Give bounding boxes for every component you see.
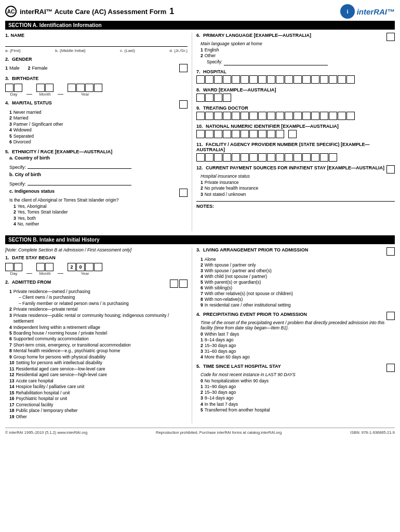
ethnicity-sub-a: a. Country of birth Specify:	[9, 155, 188, 170]
birthdate-day-box1[interactable]	[5, 84, 14, 92]
precip-opt-2: 215–30 days ago	[201, 343, 395, 349]
admit-opt-12: 12Residential aged care service—high-lev…	[9, 372, 188, 378]
marital-opt-3: 3Partner / Significant other	[9, 122, 188, 127]
living-opt-7: 7With other relative(s) (not spouse or c…	[201, 291, 395, 297]
living-arrangement-checkbox[interactable]	[386, 247, 395, 256]
hospital-label: 7. HOSPITAL	[196, 69, 226, 74]
indigenous-opt-3: 3Yes, both	[14, 216, 188, 221]
admit-opt-2: 2Private residence—private rental	[9, 307, 188, 312]
stay-month-col: Month	[36, 262, 54, 276]
birthdate-month-col: Month	[36, 83, 54, 97]
footer-copyright: © interRAI 1995–2010 (5.1.2) www.interRA…	[5, 430, 87, 435]
language-row: 6. PRIMARY LANGUAGE [EXAMPLE—AUSTRALIA]	[196, 33, 395, 41]
stay-year-box1[interactable]: 2	[68, 263, 76, 271]
time-opt-0: 0No hospitalization within 90 days	[201, 378, 395, 384]
time-since-checkbox[interactable]	[386, 364, 395, 372]
svg-text:i: i	[346, 8, 348, 15]
stay-year-box2[interactable]: 0	[76, 263, 85, 271]
logo-icon: i	[340, 4, 355, 19]
primary-language-item: 6. PRIMARY LANGUAGE [EXAMPLE—AUSTRALIA] …	[196, 33, 395, 65]
footer-isbn: ISBN: 978-1-936865-21-9	[350, 430, 395, 435]
ethnicity-label: 5. ETHNICITY / RACE [EXAMPLE—AUSTRALIA]	[5, 149, 112, 154]
language-specify-input[interactable]	[224, 59, 328, 65]
birthdate-year-box4[interactable]	[94, 84, 102, 92]
stay-year-box3[interactable]	[85, 263, 94, 271]
indigenous-checkbox[interactable]	[179, 189, 188, 197]
stay-month-box2[interactable]	[45, 263, 54, 271]
language-opt-1: 1English	[201, 47, 395, 53]
admitted-from-checkbox2[interactable]	[179, 280, 188, 288]
admit-opt-15: 15Rehabilitation hospital / unit	[9, 390, 188, 396]
living-arrangement-item: 3. LIVING ARRANGEMENT PRIOR TO ADMISSION…	[196, 247, 395, 308]
country-specify-input[interactable]	[28, 163, 131, 169]
living-opt-6: 6With sibling(s)	[201, 285, 395, 291]
section-b-note: [Note: Complete Section B at Admission /…	[5, 247, 188, 252]
section-b-left: [Note: Complete Section B at Admission /…	[5, 247, 192, 423]
facility-label: 11. FACILITY / AGENCY PROVIDER NUMBER (S…	[196, 142, 370, 152]
precipitating-options: 0Within last 7 days 18–14 days ago 215–3…	[201, 331, 395, 360]
marital-opt-2: 2Married	[9, 115, 188, 121]
time-since-note: Code for most recent instance in LAST 90…	[201, 372, 395, 377]
birthdate-dash2: —	[58, 90, 63, 97]
admit-opt-11: 11Residential aged care service—low-leve…	[9, 366, 188, 372]
time-since-options: 0No hospitalization within 90 days 131–9…	[201, 378, 395, 413]
ward-label: 8. WARD [EXAMPLE—AUSTRALIA]	[196, 87, 276, 92]
birthdate-month-box1[interactable]	[36, 84, 45, 92]
admit-opt-6: 6Supported community accommodation	[9, 336, 188, 342]
admit-opt-18: 18Public place / temporary shelter	[9, 408, 188, 414]
birthdate-label: 3. BIRTHDATE	[5, 76, 38, 81]
date-stay-item: 1. DATE STAY BEGAN Day —	[5, 255, 188, 276]
living-opt-8: 8With non-relative(s)	[201, 297, 395, 302]
admitted-from-checkbox1[interactable]	[170, 280, 178, 288]
birthdate-year-box2[interactable]	[76, 84, 85, 92]
indigenous-opt-4: 4No, neither	[14, 221, 188, 227]
nni-label: 10. NATIONAL NUMERIC IDENTIFIER [EXAMPLE…	[196, 124, 339, 129]
indigenous-row: c. Indigenous status	[9, 189, 188, 197]
precipitating-note: Time of the onset of the precipitating e…	[201, 320, 395, 330]
stay-year-box4[interactable]	[94, 263, 102, 271]
time-since-item: 5. TIME SINCE LAST HOSPITAL STAY Code fo…	[196, 364, 395, 413]
birthdate-month-box2[interactable]	[45, 84, 54, 92]
birthdate-day-box2[interactable]	[14, 84, 22, 92]
admitted-from-label: 2. ADMITTED FROM	[5, 280, 51, 285]
gender-checkbox[interactable]	[179, 64, 188, 72]
time-opt-5: 5Transferred from another hospital	[201, 407, 395, 413]
admitted-from-item: 2. ADMITTED FROM 1Private residence—owne…	[5, 280, 188, 420]
precipitating-item: 4. PRECIPITATING EVENT PRIOR TO ADMISSIO…	[196, 312, 395, 360]
precip-opt-0: 0Within last 7 days	[201, 331, 395, 337]
marital-status-checkbox[interactable]	[179, 100, 188, 109]
payment-row: 12. CURRENT PAYMENT SOURCES FOR INPATIEN…	[196, 165, 395, 174]
precipitating-row: 4. PRECIPITATING EVENT PRIOR TO ADMISSIO…	[196, 312, 395, 320]
page-header: AC interRAI™ Acute Care (AC) Assessment …	[5, 4, 395, 19]
date-stay-label: 1. DATE STAY BEGAN	[5, 255, 56, 260]
living-arrangement-row: 3. LIVING ARRANGEMENT PRIOR TO ADMISSION	[196, 247, 395, 256]
payment-opt-1: 1Private insurance	[201, 180, 395, 185]
city-specify-row: Specify:	[9, 179, 188, 187]
admit-opt-16: 16Psychiatric hospital or unit	[9, 396, 188, 402]
gender-label: 2. GENDER	[5, 57, 32, 62]
name-label: 1.NAME	[5, 33, 24, 38]
page-number: 1	[169, 7, 174, 16]
gender-options: 1 Male 2 Female	[5, 65, 48, 71]
stay-day-box2[interactable]	[14, 263, 22, 271]
stay-year-boxes: 2 0	[68, 263, 102, 271]
language-opt-2: 2Other	[201, 53, 395, 59]
precipitating-checkbox[interactable]	[386, 312, 395, 320]
facility-item: 11. FACILITY / AGENCY PROVIDER NUMBER (S…	[196, 142, 395, 162]
section-b-header: SECTION B. Intake and Initial History	[5, 235, 395, 244]
precip-opt-4: 4More than 60 days ago	[201, 354, 395, 360]
birthdate-year-box1[interactable]	[68, 84, 76, 92]
living-opt-2: 2With spouse / partner only	[201, 262, 395, 268]
stay-day-box1[interactable]	[5, 263, 14, 271]
header-title: interRAI™ Acute Care (AC) Assessment For…	[20, 8, 166, 16]
stay-month-box1[interactable]	[36, 263, 45, 271]
payment-checkbox[interactable]	[386, 165, 395, 174]
treating-doctor-label: 9. TREATING DOCTOR	[196, 105, 248, 111]
birthdate-year-box3[interactable]	[85, 84, 94, 92]
city-specify-input[interactable]	[28, 179, 131, 185]
admit-opt-10: 10Setting for persons with intellectual …	[9, 360, 188, 366]
stay-month-label: Month	[39, 271, 50, 276]
hospital-item: 7. HOSPITAL	[196, 69, 395, 84]
language-checkbox[interactable]	[386, 33, 395, 41]
precip-opt-3: 331–60 days ago	[201, 349, 395, 354]
